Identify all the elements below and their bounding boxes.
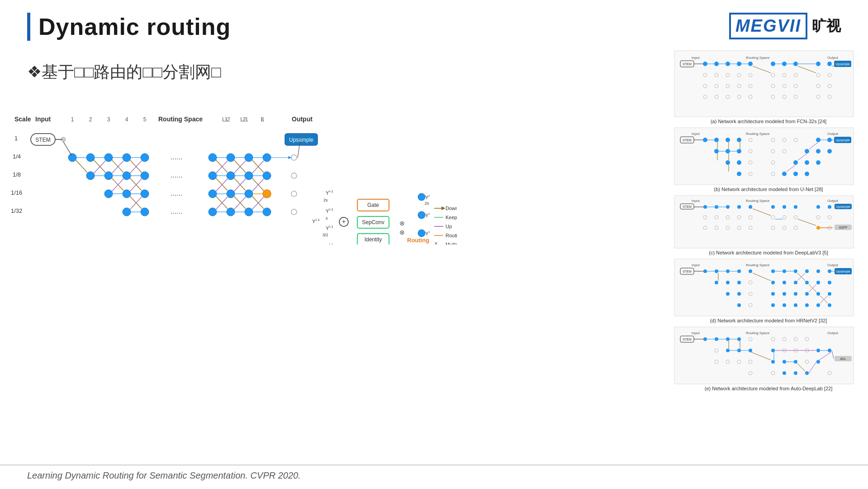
svg-text:Output: Output [827,132,839,136]
svg-line-88 [112,179,123,192]
svg-text:SepConv: SepConv [362,219,384,225]
svg-text:⊗: ⊗ [399,229,405,236]
svg-text:Routing: Routing [407,237,429,244]
svg-point-375 [816,303,820,307]
arch-caption-c: (c) Network architecture modeled from De… [674,250,863,255]
svg-point-295 [703,205,707,209]
svg-point-187 [816,62,821,66]
svg-point-411 [794,360,797,364]
svg-point-406 [737,349,741,352]
svg-point-374 [805,303,809,307]
svg-point-412 [783,371,786,375]
svg-text:1/16: 1/16 [11,189,22,196]
svg-line-90 [130,196,142,209]
svg-point-356 [771,281,775,284]
svg-point-253 [737,160,741,165]
svg-line-104 [216,196,228,209]
svg-text:Upsample: Upsample [835,62,850,66]
svg-point-351 [816,269,820,273]
svg-point-373 [794,303,797,307]
svg-point-185 [782,62,787,66]
svg-text:Gate: Gate [367,202,379,208]
svg-point-61 [227,208,235,216]
svg-line-84 [112,161,123,173]
svg-text:ASPP: ASPP [839,226,848,229]
svg-line-85 [130,161,142,173]
main-diagram-svg: Scale Input Routing Space Output 1 1/4 1… [5,91,457,244]
svg-point-350 [805,269,809,273]
svg-line-109 [252,197,264,210]
svg-point-352 [828,269,831,273]
svg-line-91 [130,197,142,210]
svg-point-355 [737,281,741,284]
svg-point-254 [793,160,798,165]
svg-text:Upsample: Upsample [836,270,850,273]
svg-line-103 [252,179,264,192]
logo-megvii: MEGVII [729,13,807,39]
svg-text:L-2: L-2 [222,116,230,123]
svg-point-342 [703,269,707,273]
svg-text:1: 1 [14,135,18,142]
svg-text:s: s [326,216,328,221]
svg-text:Routing Space: Routing Space [746,199,770,203]
svg-point-33 [209,153,217,162]
svg-text:4: 4 [125,116,128,123]
svg-point-415 [816,360,820,364]
svg-point-186 [793,62,798,66]
svg-text:......: ...... [171,171,183,179]
svg-point-55 [263,190,271,198]
title-accent-bar [27,13,30,41]
svg-point-56 [291,191,297,197]
svg-point-259 [793,172,798,176]
svg-point-45 [245,172,253,180]
svg-point-244 [816,138,821,142]
svg-text:l-1: l-1 [329,189,333,193]
svg-point-304 [828,205,831,209]
svg-point-154 [418,230,425,237]
svg-point-359 [805,281,809,284]
svg-point-357 [783,281,786,284]
svg-text:Scale: Scale [14,115,31,123]
svg-point-34 [227,153,235,162]
svg-text:Output: Output [827,199,839,203]
svg-point-35 [245,153,253,162]
svg-line-80 [94,160,105,173]
logo-area: MEGVII 旷视 [729,13,841,39]
svg-line-99 [234,178,246,191]
svg-text:Routing Space: Routing Space [746,56,770,60]
svg-point-256 [816,160,821,165]
svg-line-93 [234,160,246,173]
svg-line-101 [216,179,228,192]
svg-line-102 [234,179,246,192]
svg-point-251 [827,149,832,153]
svg-point-248 [737,149,741,153]
arch-figure-c: Input Routing Space Output STEM Upsample [674,195,854,249]
svg-text:l: l [429,212,430,216]
svg-point-53 [227,190,235,198]
svg-point-48 [104,190,113,198]
svg-point-60 [209,208,217,216]
svg-point-353 [715,281,718,284]
svg-rect-395 [674,327,854,384]
svg-line-105 [234,196,246,209]
svg-line-108 [234,197,246,210]
svg-text:STEM: STEM [683,205,692,208]
svg-point-255 [805,160,809,165]
svg-text:Input: Input [692,56,700,60]
svg-text:l: l [429,230,430,234]
svg-text:Y: Y [425,213,429,218]
svg-point-180 [714,62,719,66]
svg-text:Upsample: Upsample [289,137,313,143]
svg-point-349 [794,269,797,273]
arch-figure-b: Input Routing Space Output STEM Upsample [674,127,854,186]
subtitle-text: ❖基于□□路由的□□分割网□ [27,61,221,83]
svg-point-38 [86,172,95,180]
svg-point-46 [263,172,271,180]
svg-text:Y: Y [425,195,429,200]
svg-line-92 [216,160,228,173]
svg-rect-287 [674,196,854,248]
svg-point-410 [783,360,786,364]
svg-point-367 [805,292,809,296]
svg-text:L: L [261,116,264,123]
svg-point-372 [783,303,786,307]
